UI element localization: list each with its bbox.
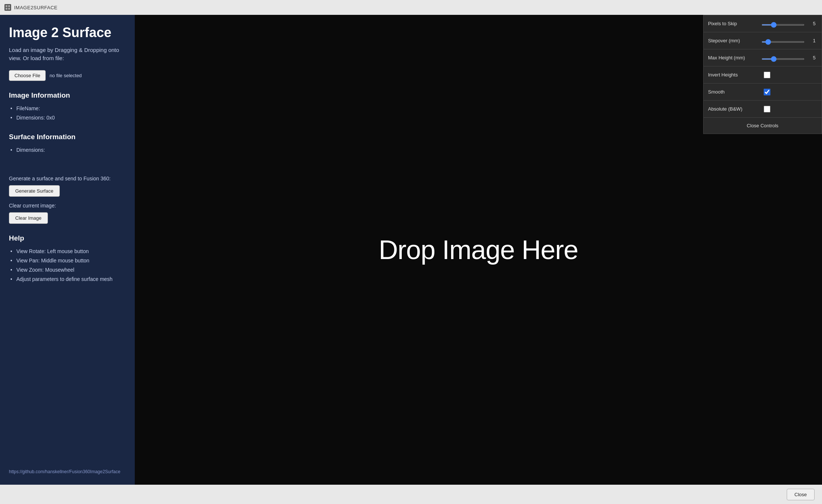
absolute-bw-label: Absolute (B&W) [704, 106, 759, 112]
max-height-label: Max Height (mm) [704, 55, 759, 60]
bottom-bar: Close [0, 485, 822, 504]
generate-surface-button[interactable]: Generate Surface [9, 185, 60, 197]
list-item: View Pan: Middle mouse button [9, 256, 126, 265]
title-bar: IMAGE2SURFACE [0, 0, 822, 15]
generate-section: Generate a surface and send to Fusion 36… [9, 176, 126, 197]
invert-heights-checkbox[interactable] [764, 72, 770, 78]
smooth-checkbox[interactable] [764, 89, 770, 95]
clear-label: Clear current image: [9, 203, 126, 209]
help-section: Help View Rotate: Left mouse button View… [9, 234, 126, 294]
image-info-heading: Image Information [9, 91, 126, 99]
list-item: Dimensions: 0x0 [9, 113, 126, 122]
stepover-slider[interactable] [761, 41, 805, 43]
close-button[interactable]: Close [787, 489, 815, 500]
absolute-bw-checkbox[interactable] [764, 106, 770, 112]
no-file-text: no file selected [49, 73, 82, 78]
drop-area[interactable]: Drop Image Here Pixels to Skip 5 Stepove… [135, 15, 822, 485]
pixels-to-skip-label: Pixels to Skip [704, 21, 759, 26]
github-link: https://github.com/hanskellner/Fusion360… [9, 469, 126, 474]
stepover-label: Stepover (mm) [704, 38, 759, 43]
svg-rect-4 [8, 8, 10, 10]
max-height-value: 5 [807, 55, 822, 60]
max-height-row: Max Height (mm) 5 [704, 49, 822, 66]
pixels-to-skip-slider[interactable] [761, 24, 805, 26]
help-heading: Help [9, 234, 126, 242]
help-list: View Rotate: Left mouse button View Pan:… [9, 247, 126, 284]
svg-rect-2 [8, 5, 10, 7]
svg-rect-1 [6, 5, 7, 7]
list-item: FileName: [9, 104, 126, 113]
close-controls-button[interactable]: Close Controls [742, 121, 783, 130]
list-item: Adjust parameters to define surface mesh [9, 275, 126, 284]
app-title: Image 2 Surface [9, 25, 126, 40]
pixels-to-skip-value: 5 [807, 21, 822, 26]
title-bar-text: IMAGE2SURFACE [14, 5, 58, 10]
svg-rect-0 [4, 4, 11, 11]
smooth-label: Smooth [704, 89, 759, 95]
clear-section: Clear current image: Clear Image [9, 203, 126, 224]
clear-image-button[interactable]: Clear Image [9, 212, 48, 224]
pixels-to-skip-row: Pixels to Skip 5 [704, 15, 822, 32]
sidebar: Image 2 Surface Load an image by Draggin… [0, 15, 135, 485]
surface-info-heading: Surface Information [9, 133, 126, 141]
pixels-to-skip-slider-wrap [759, 20, 807, 27]
drop-text: Drop Image Here [379, 235, 578, 265]
surface-info-list: Dimensions: [9, 145, 126, 155]
app-icon [4, 4, 11, 11]
invert-heights-row: Invert Heights [704, 66, 822, 84]
stepover-value: 1 [807, 38, 822, 43]
list-item: Dimensions: [9, 145, 126, 155]
stepover-row: Stepover (mm) 1 [704, 32, 822, 49]
generate-label: Generate a surface and send to Fusion 36… [9, 176, 126, 181]
choose-file-button[interactable]: Choose File [9, 70, 46, 81]
image-info-list: FileName: Dimensions: 0x0 [9, 104, 126, 122]
list-item: View Zoom: Mousewheel [9, 265, 126, 275]
smooth-row: Smooth [704, 84, 822, 101]
stepover-slider-wrap [759, 37, 807, 44]
sidebar-description: Load an image by Dragging & Dropping ont… [9, 46, 126, 63]
file-input-row: Choose File no file selected [9, 70, 126, 81]
close-controls-row: Close Controls [704, 118, 822, 134]
surface-info-section: Surface Information Dimensions: [9, 133, 126, 165]
main-content: Image 2 Surface Load an image by Draggin… [0, 15, 822, 485]
list-item: View Rotate: Left mouse button [9, 247, 126, 256]
controls-panel: Pixels to Skip 5 Stepover (mm) 1 Max Hei… [703, 15, 822, 134]
absolute-bw-row: Absolute (B&W) [704, 101, 822, 118]
max-height-slider[interactable] [761, 58, 805, 60]
invert-heights-label: Invert Heights [704, 72, 759, 78]
svg-rect-3 [6, 8, 7, 10]
max-height-slider-wrap [759, 55, 807, 61]
